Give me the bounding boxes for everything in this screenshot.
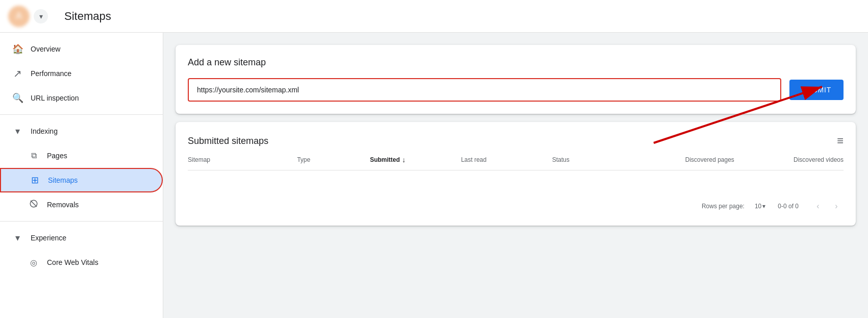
top-bar: A ▾ Sitemaps — [0, 0, 868, 33]
submitted-sitemaps-card: Submitted sitemaps ≡ Sitemap Type Submit… — [176, 122, 856, 226]
col-header-submitted[interactable]: Submitted ↓ — [370, 156, 461, 164]
sidebar-item-label: Performance — [31, 69, 71, 78]
sidebar-item-label: Sitemaps — [48, 176, 78, 184]
core-web-vitals-icon: ◎ — [29, 258, 39, 267]
expand-icon: ▾ — [12, 126, 22, 137]
sidebar-item-performance[interactable]: ↗ Performance — [0, 61, 163, 86]
col-header-discovered-pages: Discovered pages — [625, 156, 734, 163]
col-header-sitemap: Sitemap — [188, 156, 297, 163]
content-area: Add a new sitemap SUBMIT Submitted sitem… — [163, 33, 868, 318]
sidebar-item-core-web-vitals[interactable]: ◎ Core Web Vitals — [0, 250, 163, 275]
sidebar-item-label: Indexing — [31, 127, 58, 135]
sidebar-item-label: Pages — [47, 152, 67, 160]
rows-per-page-value: 10 — [755, 203, 761, 210]
pagination-range: 0-0 of 0 — [778, 203, 799, 210]
sidebar-item-label: URL inspection — [31, 94, 79, 102]
avatar: A — [8, 6, 30, 27]
add-sitemap-title: Add a new sitemap — [188, 57, 844, 68]
account-dropdown[interactable]: ▾ — [34, 9, 48, 23]
expand-icon-2: ▾ — [12, 232, 22, 243]
sitemap-input-wrapper — [188, 78, 781, 102]
divider-1 — [0, 114, 163, 115]
main-layout: 🏠 Overview ↗ Performance 🔍 URL inspectio… — [0, 33, 868, 318]
sitemaps-icon: ⊞ — [30, 175, 40, 186]
svg-line-1 — [31, 201, 37, 207]
home-icon: 🏠 — [12, 43, 22, 55]
sidebar-item-removals[interactable]: Removals — [0, 192, 163, 217]
rows-per-page-dropdown-icon: ▾ — [762, 203, 765, 210]
rows-per-page-label: Rows per page: — [702, 203, 745, 210]
table-body — [188, 170, 844, 191]
sidebar-item-label: Experience — [31, 234, 66, 242]
col-header-status: Status — [552, 156, 625, 163]
divider-2 — [0, 221, 163, 222]
col-header-lastread: Last read — [461, 156, 552, 163]
sidebar-item-label: Overview — [31, 45, 60, 53]
sidebar-item-label: Core Web Vitals — [47, 258, 98, 266]
table-footer: Rows per page: 10 ▾ 0-0 of 0 ‹ › — [188, 199, 844, 213]
table-header-row: Submitted sitemaps ≡ — [188, 134, 844, 148]
submitted-sitemaps-title: Submitted sitemaps — [188, 136, 268, 146]
next-page-button[interactable]: › — [829, 199, 844, 213]
page-title: Sitemaps — [64, 10, 111, 23]
search-icon: 🔍 — [12, 92, 22, 104]
sitemap-input-row: SUBMIT — [188, 78, 844, 102]
sidebar-item-sitemaps[interactable]: ⊞ Sitemaps — [0, 168, 163, 192]
table-columns: Sitemap Type Submitted ↓ Last read Statu… — [188, 156, 844, 170]
add-sitemap-card: Add a new sitemap SUBMIT — [176, 45, 856, 114]
filter-icon[interactable]: ≡ — [837, 134, 844, 148]
col-header-type: Type — [297, 156, 370, 163]
pages-icon: ⧉ — [29, 151, 39, 160]
sidebar-section-indexing[interactable]: ▾ Indexing — [0, 119, 163, 143]
sidebar: 🏠 Overview ↗ Performance 🔍 URL inspectio… — [0, 33, 163, 318]
removals-icon — [29, 199, 39, 210]
pagination-nav: ‹ › — [811, 199, 844, 213]
sidebar-section-experience[interactable]: ▾ Experience — [0, 226, 163, 250]
prev-page-button[interactable]: ‹ — [811, 199, 825, 213]
sitemap-url-input[interactable] — [197, 86, 772, 94]
sort-arrow-icon: ↓ — [402, 156, 406, 164]
rows-per-page-selector[interactable]: 10 ▾ — [755, 203, 765, 210]
col-header-discovered-videos: Discovered videos — [734, 156, 844, 163]
sidebar-item-label: Removals — [47, 201, 79, 209]
performance-icon: ↗ — [12, 67, 22, 80]
submit-button[interactable]: SUBMIT — [789, 80, 844, 100]
top-bar-left: A ▾ — [8, 6, 48, 27]
sidebar-item-overview[interactable]: 🏠 Overview — [0, 37, 163, 61]
sidebar-item-pages[interactable]: ⧉ Pages — [0, 143, 163, 168]
sidebar-item-url-inspection[interactable]: 🔍 URL inspection — [0, 86, 163, 110]
